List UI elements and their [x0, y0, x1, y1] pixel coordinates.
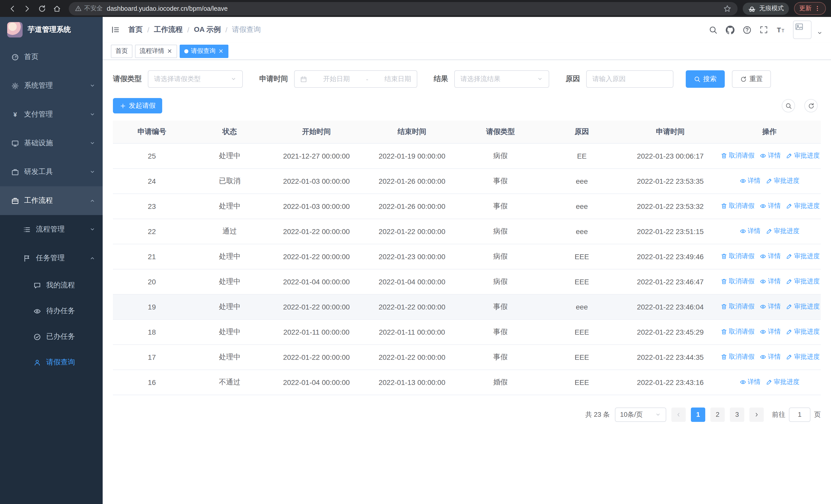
table-row: 16不通过2022-01-04 00:00:002022-01-13 00:00…	[113, 369, 821, 395]
detail-action-link[interactable]: 详情	[739, 227, 761, 235]
tab-close-icon[interactable]	[218, 48, 224, 54]
detail-action-link[interactable]: 详情	[739, 378, 761, 386]
detail-action-link[interactable]: 详情	[760, 151, 781, 160]
kebab-menu-icon[interactable]	[814, 5, 821, 12]
fullscreen-icon[interactable]	[760, 26, 768, 34]
page-button-3[interactable]: 3	[730, 407, 744, 422]
sidebar-item-label: 待办任务	[46, 306, 75, 316]
sidebar-item-home[interactable]: 首页	[0, 42, 103, 71]
cell-leave-type: 病假	[460, 219, 541, 244]
progress-action-label: 审批进度	[794, 352, 820, 361]
bookmark-star-icon[interactable]	[723, 4, 732, 12]
cancel-action-link[interactable]: 取消请假	[721, 252, 754, 261]
detail-action-label: 详情	[768, 327, 781, 336]
sidebar-item-workflow[interactable]: 工作流程	[0, 186, 103, 215]
hamburger-icon[interactable]	[111, 25, 120, 34]
page-button-1[interactable]: 1	[691, 407, 705, 422]
page-size-select[interactable]: 10条/页	[615, 407, 666, 422]
progress-action-link[interactable]: 审批进度	[786, 252, 820, 261]
next-page-button[interactable]	[749, 407, 764, 422]
progress-action-link[interactable]: 审批进度	[786, 151, 820, 160]
tab-home[interactable]: 首页	[111, 45, 133, 58]
browser-home-button[interactable]	[50, 2, 64, 16]
eye-icon	[760, 328, 766, 335]
progress-action-link[interactable]: 审批进度	[766, 378, 799, 386]
browser-update-chip[interactable]: 更新	[794, 2, 826, 15]
font-size-icon[interactable]: TT	[776, 25, 785, 34]
trash-icon	[721, 278, 727, 285]
app-logo[interactable]: 芋道管理系统	[0, 17, 103, 42]
date-range-picker[interactable]: 开始日期 - 结束日期	[294, 70, 417, 88]
detail-action-link[interactable]: 详情	[739, 176, 761, 185]
detail-action-link[interactable]: 详情	[760, 352, 781, 361]
edit-icon	[766, 228, 772, 234]
progress-action-link[interactable]: 审批进度	[786, 277, 820, 286]
detail-action-link[interactable]: 详情	[760, 252, 781, 261]
cell-start-time: 2022-01-22 00:00:00	[269, 219, 364, 244]
sidebar-item-payment[interactable]: ¥支付管理	[0, 100, 103, 129]
sidebar-item-task-mgmt[interactable]: 任务管理	[0, 244, 103, 272]
breadcrumb-item[interactable]: 工作流程	[154, 25, 183, 34]
sidebar-item-system[interactable]: 系统管理	[0, 71, 103, 100]
progress-action-label: 审批进度	[794, 327, 820, 336]
cancel-action-link[interactable]: 取消请假	[721, 302, 754, 311]
tab-process-detail[interactable]: 流程详情	[135, 45, 177, 58]
progress-action-link[interactable]: 审批进度	[786, 302, 820, 311]
cancel-action-link[interactable]: 取消请假	[721, 327, 754, 336]
sidebar-item-process-mgmt[interactable]: 流程管理	[0, 215, 103, 244]
goto-suffix: 页	[814, 410, 821, 419]
sidebar-item-my-process[interactable]: 我的流程	[0, 272, 103, 298]
cell-actions: 取消请假详情审批进度	[718, 244, 821, 269]
cancel-action-link[interactable]: 取消请假	[721, 202, 754, 210]
browser-back-button[interactable]	[5, 2, 19, 16]
tab-leave-query[interactable]: 请假查询	[180, 45, 228, 58]
github-icon[interactable]	[726, 25, 735, 34]
user-avatar[interactable]	[793, 21, 811, 39]
cancel-action-link[interactable]: 取消请假	[721, 352, 754, 361]
address-bar[interactable]: 不安全 dashboard.yudao.iocoder.cn/bpm/oa/le…	[69, 2, 738, 15]
avatar-caret-icon[interactable]	[816, 30, 823, 36]
toggle-search-button[interactable]	[782, 99, 795, 112]
browser-reload-button[interactable]	[35, 2, 49, 16]
result-select[interactable]: 请选择流结果	[454, 70, 549, 88]
eye-icon	[739, 177, 746, 184]
cancel-action-label: 取消请假	[729, 302, 754, 311]
detail-action-link[interactable]: 详情	[760, 302, 781, 311]
sidebar-item-leave-query[interactable]: 请假查询	[0, 350, 103, 375]
detail-action-link[interactable]: 详情	[760, 202, 781, 210]
cell-end-time: 2022-01-26 00:00:00	[364, 194, 460, 219]
sidebar-item-devtools[interactable]: 研发工具	[0, 157, 103, 186]
reset-button[interactable]: 重置	[732, 70, 771, 88]
breadcrumb-item[interactable]: 首页	[128, 25, 143, 34]
sidebar-item-infrastructure[interactable]: 基础设施	[0, 129, 103, 157]
progress-action-link[interactable]: 审批进度	[766, 227, 799, 235]
sidebar-item-todo-tasks[interactable]: 待办任务	[0, 298, 103, 324]
progress-action-link[interactable]: 审批进度	[766, 176, 799, 185]
page-button-2[interactable]: 2	[710, 407, 725, 422]
goto-page-input[interactable]	[789, 407, 810, 422]
leave-type-select[interactable]: 请选择请假类型	[148, 70, 243, 88]
progress-action-link[interactable]: 审批进度	[786, 202, 820, 210]
sidebar-item-done-tasks[interactable]: 已办任务	[0, 324, 103, 350]
reason-input[interactable]: 请输入原因	[586, 70, 674, 88]
security-indicator[interactable]: 不安全	[75, 4, 103, 13]
edit-icon	[786, 353, 793, 360]
cancel-action-link[interactable]: 取消请假	[721, 151, 754, 160]
breadcrumb-item[interactable]: OA 示例	[194, 25, 221, 34]
progress-action-link[interactable]: 审批进度	[786, 327, 820, 336]
cell-reason: eee	[541, 219, 623, 244]
detail-action-link[interactable]: 详情	[760, 277, 781, 286]
search-button[interactable]: 搜索	[686, 70, 725, 88]
detail-action-link[interactable]: 详情	[760, 327, 781, 336]
cell-leave-type: 事假	[460, 294, 541, 319]
header-search-icon[interactable]	[709, 25, 718, 34]
help-icon[interactable]	[743, 25, 751, 34]
browser-forward-button[interactable]	[20, 2, 34, 16]
progress-action-link[interactable]: 审批进度	[786, 352, 820, 361]
create-leave-button[interactable]: 发起请假	[113, 98, 162, 113]
prev-page-button[interactable]	[671, 407, 686, 422]
refresh-table-button[interactable]	[804, 99, 818, 112]
tab-close-icon[interactable]	[167, 48, 172, 54]
cancel-action-link[interactable]: 取消请假	[721, 277, 754, 286]
chevron-down-icon	[655, 411, 661, 417]
